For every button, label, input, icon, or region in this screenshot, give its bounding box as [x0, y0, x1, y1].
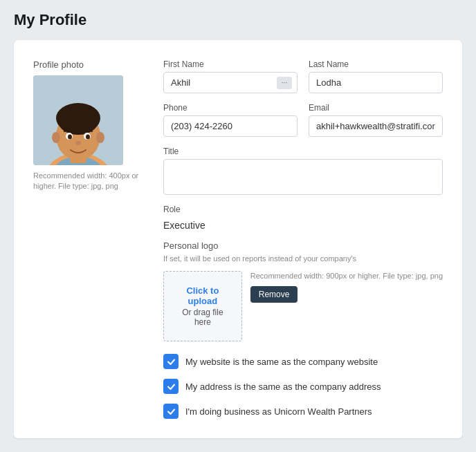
role-label: Role [163, 205, 443, 214]
check-icon-2 [167, 382, 176, 391]
profile-photo-image[interactable] [33, 75, 123, 165]
svg-point-8 [96, 132, 104, 143]
personal-logo-label: Personal logo [163, 241, 443, 251]
check-icon-1 [167, 357, 176, 366]
checkbox-3[interactable] [163, 404, 178, 419]
personal-logo-hint: If set, it will be used on reports inste… [163, 254, 443, 264]
email-input[interactable] [309, 115, 443, 137]
upload-click-label[interactable]: Click to upload [175, 285, 230, 306]
last-name-input[interactable] [309, 72, 443, 93]
check-icon-3 [167, 407, 176, 416]
left-column: Profile photo [33, 59, 144, 419]
last-name-label: Last Name [309, 59, 443, 69]
first-name-label: First Name [163, 59, 298, 69]
remove-button[interactable]: Remove [250, 286, 298, 303]
title-label: Title [163, 147, 443, 156]
profile-card: Profile photo [14, 40, 462, 438]
role-value: Executive [163, 220, 443, 231]
checkbox-row-3: I'm doing business as Unicorn Wealth Par… [163, 404, 443, 419]
checkbox-row-1: My website is the same as the company we… [163, 354, 443, 369]
profile-avatar-svg [33, 75, 123, 165]
checkbox-2[interactable] [163, 379, 178, 394]
right-column: First Name ··· Last Name Phone [163, 59, 443, 419]
phone-label: Phone [163, 103, 298, 113]
checkbox-label-3: I'm doing business as Unicorn Wealth Par… [185, 406, 372, 417]
upload-rec-hint: Recommended width: 900px or higher. File… [250, 271, 443, 281]
svg-point-13 [75, 141, 81, 145]
title-input[interactable] [163, 159, 443, 195]
svg-point-7 [52, 132, 60, 143]
checkboxes-section: My website is the same as the company we… [163, 354, 443, 419]
page-title: My Profile [14, 11, 462, 29]
email-label: Email [309, 103, 443, 113]
upload-area[interactable]: Click to upload Or drag file here [163, 271, 242, 341]
phone-input[interactable] [163, 115, 298, 137]
checkbox-1[interactable] [163, 354, 178, 369]
profile-photo-label: Profile photo [33, 59, 84, 70]
svg-point-11 [68, 135, 72, 140]
checkbox-row-2: My address is the same as the company ad… [163, 379, 443, 394]
profile-photo-hint: Recommended width: 400px or higher. File… [33, 171, 144, 192]
checkbox-label-1: My website is the same as the company we… [185, 357, 378, 367]
upload-drag-label: Or drag file here [175, 308, 230, 327]
svg-point-12 [86, 135, 90, 140]
checkbox-label-2: My address is the same as the company ad… [185, 382, 381, 392]
first-name-icon[interactable]: ··· [277, 77, 292, 89]
